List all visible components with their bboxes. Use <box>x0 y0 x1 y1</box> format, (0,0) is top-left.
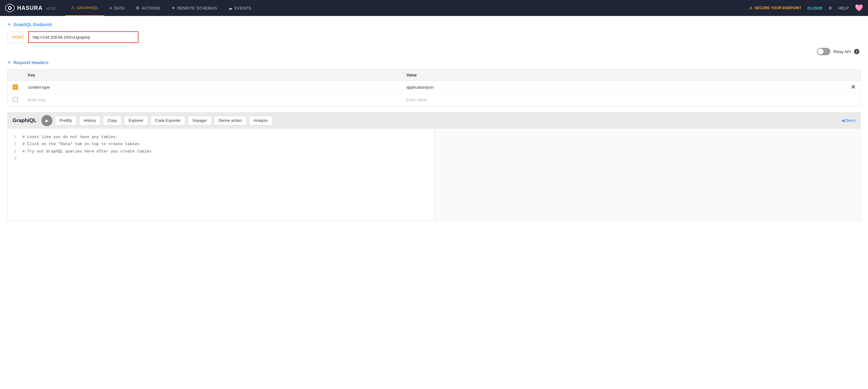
delete-header-button[interactable]: ✕ <box>851 84 856 90</box>
request-headers-table: Key Value ✓ content-type application/jso… <box>7 70 861 106</box>
request-headers-section-header[interactable]: ▼ Request Headers <box>7 60 861 65</box>
nav-item-remote-schemas[interactable]: ✦ REMOTE SCHEMAS <box>166 0 223 16</box>
nav-item-actions[interactable]: ⚙ ACTIONS <box>130 0 166 16</box>
header-value-cell[interactable]: application/json <box>402 81 846 94</box>
hasura-logo-icon <box>5 3 15 13</box>
new-header-checkbox[interactable] <box>13 97 18 102</box>
relay-api-info-icon[interactable]: i <box>854 49 860 54</box>
line-numbers: 1 2 3 4 <box>8 134 20 162</box>
relay-api-toggle[interactable] <box>817 48 830 55</box>
header-delete-cell: ✕ <box>846 81 861 94</box>
code-content: # Looks like you do not have any tables.… <box>20 134 434 162</box>
new-row-delete-cell <box>846 94 861 106</box>
graphiql-editor-area: 1 2 3 4 # Looks like you do not have any… <box>8 129 860 221</box>
nav-label-data: DATA <box>114 6 125 10</box>
header-key-col: Key <box>23 70 402 81</box>
line-num-1: 1 <box>11 134 16 140</box>
new-value-cell[interactable]: Enter Value <box>402 94 846 106</box>
chevron-left-icon: ◀ <box>841 118 844 123</box>
voyager-button[interactable]: Voyager <box>188 116 212 126</box>
http-method-badge: POST <box>7 31 28 43</box>
top-navigation: HASURA v1.3.2 ⚠ GRAPHIQL ≡ DATA ⚙ ACTION… <box>0 0 868 16</box>
heart-icon[interactable]: 🩷 <box>855 4 863 12</box>
nav-item-graphiql[interactable]: ⚠ GRAPHIQL <box>65 0 104 16</box>
analyze-button[interactable]: Analyze <box>249 116 272 126</box>
brand-name: HASURA <box>17 5 42 11</box>
graphiql-container: GraphiQL ▶ Prettify History Copy Explore… <box>7 112 861 221</box>
data-icon: ≡ <box>110 5 113 10</box>
main-content: ▼ GraphQL Endpoint POST Relay API i ▼ Re… <box>0 16 868 389</box>
table-row: ✓ content-type application/json ✕ <box>8 81 861 94</box>
graphql-endpoint-label: GraphQL Endpoint <box>13 22 52 27</box>
actions-icon: ⚙ <box>136 5 140 10</box>
chevron-down-icon: ▼ <box>7 22 11 27</box>
settings-gear-icon[interactable]: ⚙ <box>829 6 832 10</box>
row-checkbox-cell: ✓ <box>8 81 23 94</box>
cloud-link[interactable]: CLOUD <box>807 6 823 10</box>
table-row-empty: Enter Key Enter Value <box>8 94 861 106</box>
header-delete-col <box>846 70 861 81</box>
empty-row-checkbox <box>8 94 23 106</box>
brand-version: v1.3.2 <box>46 6 56 10</box>
nav-items: ⚠ GRAPHIQL ≡ DATA ⚙ ACTIONS ✦ REMOTE SCH… <box>65 0 749 16</box>
remote-schemas-icon: ✦ <box>172 5 176 10</box>
toolbar-right: ◀ Docs <box>841 118 856 123</box>
result-pane <box>434 129 861 221</box>
toggle-knob <box>817 49 824 55</box>
explorer-button[interactable]: Explorer <box>124 116 148 126</box>
help-button[interactable]: HELP <box>838 6 849 10</box>
run-query-button[interactable]: ▶ <box>41 115 52 126</box>
graphiql-warning-icon: ⚠ <box>71 5 75 10</box>
prettify-button[interactable]: Prettify <box>55 116 76 126</box>
headers-chevron-icon: ▼ <box>7 60 11 65</box>
code-line-1: # Looks like you do not have any tables. <box>22 134 432 140</box>
secure-endpoint-label: SECURE YOUR ENDPOINT <box>754 6 801 10</box>
header-key-cell[interactable]: content-type <box>23 81 402 94</box>
secure-endpoint-button[interactable]: ⚠ SECURE YOUR ENDPOINT <box>749 6 801 10</box>
code-line-2: # Click on the "Data" tab on top to crea… <box>22 140 432 147</box>
query-editor-pane[interactable]: 1 2 3 4 # Looks like you do not have any… <box>8 129 434 221</box>
new-key-cell[interactable]: Enter Key <box>23 94 402 106</box>
code-exporter-button[interactable]: Code Exporter <box>150 116 185 126</box>
line-num-2: 2 <box>11 140 16 147</box>
brand-logo-area: HASURA v1.3.2 <box>5 3 56 13</box>
docs-label: Docs <box>846 118 856 123</box>
header-check-col <box>8 70 23 81</box>
nav-right: ⚠ SECURE YOUR ENDPOINT CLOUD ⚙ HELP 🩷 <box>749 4 863 12</box>
warning-icon: ⚠ <box>749 6 752 10</box>
line-num-3: 3 <box>11 148 16 155</box>
code-line-3: # Try out GraphQL queries here after you… <box>22 148 432 155</box>
nav-label-remote-schemas: REMOTE SCHEMAS <box>177 6 217 10</box>
header-enabled-checkbox[interactable]: ✓ <box>12 84 18 90</box>
relay-api-row: Relay API i <box>7 48 861 55</box>
history-button[interactable]: History <box>79 116 100 126</box>
graphiql-toolbar: GraphiQL ▶ Prettify History Copy Explore… <box>8 113 860 129</box>
nav-label-graphiql: GRAPHIQL <box>76 5 98 10</box>
endpoint-row: POST <box>7 31 861 43</box>
svg-point-2 <box>9 7 11 9</box>
events-icon: ☁ <box>228 5 233 10</box>
graphiql-title: GraphiQL <box>12 117 36 123</box>
line-num-4: 4 <box>11 155 16 162</box>
derive-action-button[interactable]: Derive action <box>214 116 247 126</box>
code-area: 1 2 3 4 # Looks like you do not have any… <box>8 129 434 167</box>
nav-item-data[interactable]: ≡ DATA <box>104 0 130 16</box>
key-placeholder: Enter Key <box>28 98 45 102</box>
nav-label-actions: ACTIONS <box>142 6 160 10</box>
value-placeholder: Enter Value <box>406 98 427 102</box>
relay-api-label: Relay API <box>833 49 851 54</box>
nav-label-events: EVENTS <box>234 6 251 10</box>
header-value-col: Value <box>402 70 846 81</box>
copy-button[interactable]: Copy <box>103 116 121 126</box>
docs-button[interactable]: ◀ Docs <box>841 118 856 123</box>
request-headers-label: Request Headers <box>13 60 49 65</box>
nav-item-events[interactable]: ☁ EVENTS <box>223 0 257 16</box>
endpoint-url-input[interactable] <box>28 31 138 43</box>
graphql-endpoint-section-header[interactable]: ▼ GraphQL Endpoint <box>7 22 861 27</box>
